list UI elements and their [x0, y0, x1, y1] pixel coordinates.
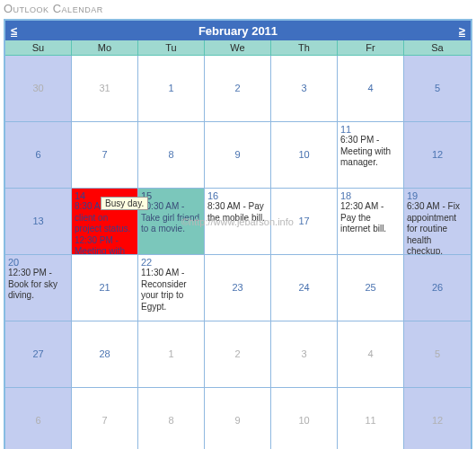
day-cell[interactable]: 10 — [271, 388, 338, 449]
day-number: 26 — [432, 282, 443, 295]
day-number: 4 — [367, 83, 373, 95]
day-cell[interactable]: 1812:30 AM - Pay the internet bill. — [338, 189, 404, 255]
day-cell[interactable]: 4 — [338, 56, 404, 122]
day-cell[interactable]: 21 — [72, 255, 138, 321]
day-events: 12:30 PM - Book for sky diving. — [8, 268, 68, 302]
day-number: 6 — [35, 149, 40, 162]
day-cell[interactable]: 8 — [138, 122, 205, 189]
calendar-grid: 303112345678910116:30 PM - Meeting with … — [5, 56, 471, 449]
day-cell[interactable]: 10 — [271, 122, 338, 189]
day-events: 12:30 AM - Pay the internet bill. — [340, 201, 401, 235]
day-cell[interactable]: 2 — [205, 321, 271, 388]
day-number: 1 — [168, 348, 173, 361]
day-cell[interactable]: 196:30 AM - Fix appointment for routine … — [404, 189, 471, 255]
weekday-sa: Sa — [404, 40, 471, 56]
weekday-th: Th — [271, 40, 338, 56]
day-events: 11:30 AM - Reconsider your trip to Egypt… — [141, 268, 201, 313]
weekday-mo: Mo — [72, 40, 138, 56]
day-cell[interactable]: 5 — [404, 56, 471, 122]
day-cell[interactable]: 4 — [338, 321, 404, 388]
day-number: 24 — [298, 282, 309, 295]
day-number: 7 — [101, 415, 107, 427]
day-cell[interactable]: 12 — [404, 388, 471, 449]
day-number: 8 — [168, 415, 173, 427]
day-cell[interactable]: 13 — [5, 189, 72, 255]
weekday-fr: Fr — [338, 40, 404, 56]
page-title: Outlook Calendar — [0, 0, 476, 17]
day-cell[interactable]: 31 — [72, 56, 138, 122]
day-number: 3 — [301, 348, 306, 361]
day-cell[interactable]: 2 — [205, 56, 271, 122]
day-cell[interactable]: 30 — [5, 56, 72, 122]
day-number: 5 — [435, 348, 440, 361]
day-number: 6 — [35, 415, 40, 427]
calendar: ≤ February 2011 ≥ Su Mo Tu We Th Fr Sa 3… — [4, 19, 472, 449]
day-number: 12 — [432, 415, 443, 427]
day-cell[interactable]: 24 — [271, 255, 338, 321]
day-number: 10 — [298, 149, 309, 162]
day-number: 28 — [99, 348, 110, 361]
day-number: 3 — [301, 83, 306, 95]
day-cell[interactable]: 3 — [271, 56, 338, 122]
day-number: 17 — [298, 216, 309, 228]
day-number: 13 — [32, 216, 43, 228]
day-events: 10:30 AM - Take girl friend to a movie. — [141, 201, 201, 235]
day-cell[interactable]: 1 — [138, 321, 205, 388]
day-events: 6:30 PM - Meeting with manager. — [340, 135, 401, 169]
day-cell[interactable]: 17 — [271, 189, 338, 255]
next-month-button[interactable]: ≥ — [459, 24, 465, 38]
day-events: 6:30 AM - Fix appointment for routine he… — [407, 201, 468, 255]
day-number: 23 — [232, 282, 242, 295]
day-number: 21 — [99, 282, 110, 295]
day-cell[interactable]: 5 — [404, 321, 471, 388]
day-cell[interactable]: 28 — [72, 321, 138, 388]
day-cell[interactable]: 26 — [404, 255, 471, 321]
weekday-su: Su — [5, 40, 72, 56]
day-cell[interactable]: 11 — [338, 388, 404, 449]
day-cell[interactable]: 6 — [5, 388, 72, 449]
calendar-header: ≤ February 2011 ≥ — [5, 21, 471, 40]
day-number: 5 — [435, 83, 440, 95]
day-cell[interactable]: 25 — [338, 255, 404, 321]
day-cell[interactable]: 12 — [404, 122, 471, 189]
day-cell[interactable]: 3 — [271, 321, 338, 388]
day-cell[interactable]: 1 — [138, 56, 205, 122]
day-number: 1 — [168, 83, 173, 95]
day-number: 2 — [234, 348, 240, 361]
prev-month-button[interactable]: ≤ — [11, 24, 17, 38]
day-number: 11 — [365, 415, 375, 427]
day-cell[interactable]: 7 — [72, 388, 138, 449]
weekday-we: We — [205, 40, 271, 56]
day-number: 7 — [101, 149, 107, 162]
day-cell[interactable]: 8 — [138, 388, 205, 449]
day-cell[interactable]: 9 — [205, 388, 271, 449]
day-number: 30 — [32, 83, 43, 95]
day-cell[interactable]: 7 — [72, 122, 138, 189]
day-events: 8:30 AM - Pay the mobile bill. — [207, 201, 268, 224]
day-number: 25 — [365, 282, 375, 295]
month-label: February 2011 — [198, 24, 278, 38]
day-cell[interactable]: 23 — [205, 255, 271, 321]
day-number: 9 — [234, 149, 240, 162]
day-cell[interactable]: 116:30 PM - Meeting with manager. — [338, 122, 404, 189]
day-number: 10 — [298, 415, 309, 427]
day-number: 12 — [432, 149, 443, 162]
day-number: 2 — [234, 83, 240, 95]
weekday-tu: Tu — [138, 40, 205, 56]
day-number: 8 — [168, 149, 173, 162]
day-cell[interactable]: 9 — [205, 122, 271, 189]
tooltip: Busy day. — [101, 197, 148, 210]
day-cell[interactable]: 2012:30 PM - Book for sky diving. — [5, 255, 72, 321]
weekday-header: Su Mo Tu We Th Fr Sa — [5, 40, 471, 56]
day-number: 31 — [99, 83, 110, 95]
day-number: 4 — [367, 348, 373, 361]
day-cell[interactable]: 2211:30 AM - Reconsider your trip to Egy… — [138, 255, 205, 321]
day-number: 9 — [234, 415, 240, 427]
day-number: 27 — [32, 348, 43, 361]
day-cell[interactable]: 27 — [5, 321, 72, 388]
day-cell[interactable]: 168:30 AM - Pay the mobile bill. — [205, 189, 271, 255]
day-cell[interactable]: 6 — [5, 122, 72, 189]
